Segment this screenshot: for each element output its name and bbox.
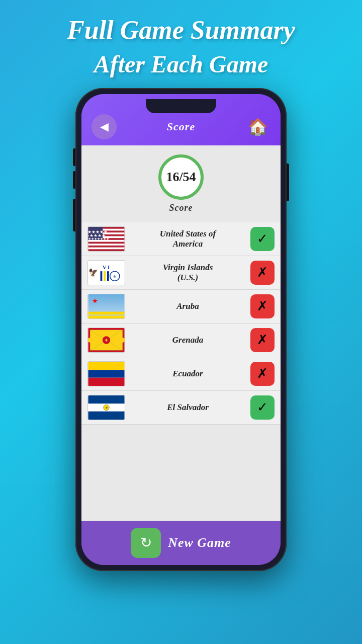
list-item: ⚜ El Salvador ✓	[81, 391, 281, 425]
result-correct-badge: ✓	[250, 227, 275, 251]
flag-elsalvador: ⚜	[87, 395, 125, 420]
score-section: 16/54 Score	[81, 145, 281, 222]
result-correct-badge: ✓	[250, 395, 275, 420]
svg-text:V I: V I	[103, 265, 110, 270]
result-wrong-badge: ✗	[250, 261, 275, 285]
flag-grenada: ✦	[87, 328, 125, 353]
checkmark-icon: ✓	[257, 399, 268, 415]
list-item: V I 🦅 ⚜ Virgin Islands(U.S.) ✗	[81, 256, 281, 290]
phone-screen: ◀ Score 🏠 16/54 Score	[81, 94, 281, 565]
flag-usvi: V I 🦅 ⚜	[87, 260, 125, 285]
svg-text:✦: ✦	[104, 338, 109, 343]
phone-notch	[146, 99, 216, 113]
svg-text:⚜: ⚜	[113, 274, 117, 279]
svg-rect-21	[88, 315, 125, 318]
score-circle: 16/54	[158, 154, 204, 200]
country-name: Virgin Islands(U.S.)	[130, 263, 245, 283]
flag-aruba	[87, 294, 125, 319]
svg-text:🦅: 🦅	[88, 268, 99, 277]
side-button-vol-up	[73, 148, 75, 166]
svg-rect-33	[88, 362, 125, 370]
svg-rect-38	[88, 412, 125, 420]
results-list: ★★★★★★ ★★★★★ ★★★★★★★★★ United States ofA…	[81, 222, 281, 521]
side-button-silent	[73, 199, 75, 231]
page-subtitle: After Each Game	[94, 50, 268, 78]
svg-rect-15	[104, 271, 106, 281]
score-label-text: Score	[169, 203, 193, 213]
svg-rect-19	[88, 294, 125, 318]
score-value: 16/54	[166, 170, 196, 185]
country-name: Grenada	[130, 335, 245, 345]
svg-rect-14	[101, 271, 103, 281]
result-wrong-badge: ✗	[250, 294, 275, 318]
back-icon: ◀	[100, 120, 109, 133]
country-name: Ecuador	[130, 369, 245, 379]
new-game-label: New Game	[168, 535, 231, 550]
nav-score-label: Score	[167, 120, 195, 133]
refresh-icon: ↻	[140, 534, 152, 551]
list-item: ✦ Grenada ✗	[81, 324, 281, 357]
home-icon: 🏠	[248, 117, 268, 136]
country-name: United States ofAmerica	[130, 229, 245, 250]
back-button[interactable]: ◀	[92, 114, 117, 139]
side-button-power	[287, 164, 289, 201]
svg-text:★★★★★★★★★: ★★★★★★★★★	[88, 237, 109, 240]
svg-rect-20	[88, 312, 125, 315]
cross-icon: ✗	[257, 332, 268, 348]
svg-rect-5	[88, 244, 125, 246]
phone-frame: ◀ Score 🏠 16/54 Score	[75, 88, 287, 571]
flag-usa: ★★★★★★ ★★★★★ ★★★★★★★★★	[87, 226, 125, 252]
cross-icon: ✗	[257, 298, 268, 314]
page-subtitle-container: After Each Game	[94, 50, 268, 78]
svg-text:⚜: ⚜	[105, 406, 108, 410]
result-wrong-badge: ✗	[250, 328, 275, 352]
bottom-bar: ↻ New Game	[81, 521, 281, 565]
new-game-button[interactable]: ↻	[131, 528, 161, 558]
list-item: Ecuador ✗	[81, 357, 281, 391]
svg-rect-16	[107, 271, 109, 281]
svg-rect-35	[88, 378, 125, 386]
cross-icon: ✗	[257, 366, 268, 381]
country-name: El Salvador	[130, 403, 245, 413]
list-item: Aruba ✗	[81, 290, 281, 324]
svg-rect-36	[88, 395, 125, 404]
home-button[interactable]: 🏠	[245, 114, 270, 139]
page-title: Full Game Summary	[67, 15, 295, 45]
result-wrong-badge: ✗	[250, 362, 275, 386]
side-button-vol-down	[73, 171, 75, 189]
svg-rect-6	[88, 248, 125, 250]
page-title-container: Full Game Summary	[67, 15, 295, 45]
checkmark-icon: ✓	[257, 231, 268, 247]
country-name: Aruba	[130, 301, 245, 311]
svg-rect-34	[88, 370, 125, 377]
list-item: ★★★★★★ ★★★★★ ★★★★★★★★★ United States ofA…	[81, 222, 281, 256]
flag-ecuador	[87, 361, 125, 386]
cross-icon: ✗	[257, 265, 268, 280]
